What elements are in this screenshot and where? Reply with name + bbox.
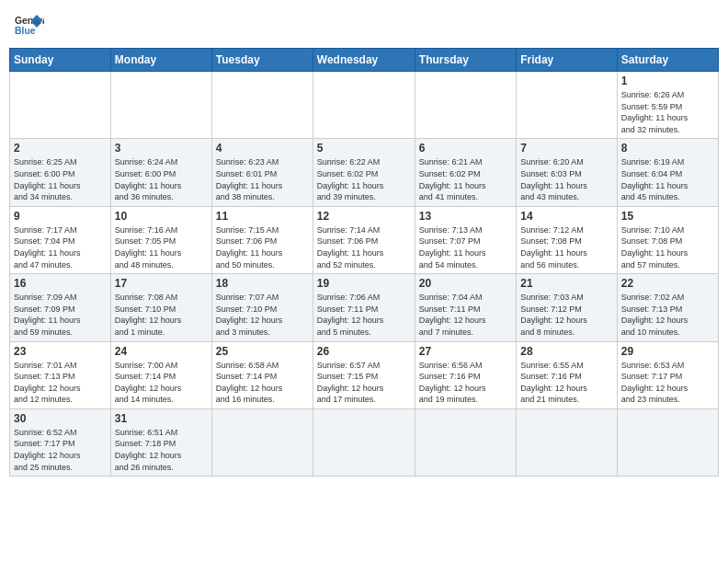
day-number: 1 xyxy=(621,75,714,87)
calendar-cell: 16Sunrise: 7:09 AM Sunset: 7:09 PM Dayli… xyxy=(10,274,111,341)
day-number: 23 xyxy=(14,345,107,358)
day-number: 22 xyxy=(621,277,714,290)
calendar-cell: 20Sunrise: 7:04 AM Sunset: 7:11 PM Dayli… xyxy=(415,274,516,341)
day-info: Sunrise: 7:08 AM Sunset: 7:10 PM Dayligh… xyxy=(115,292,208,338)
day-info: Sunrise: 6:19 AM Sunset: 6:04 PM Dayligh… xyxy=(621,156,714,202)
day-info: Sunrise: 6:58 AM Sunset: 7:14 PM Dayligh… xyxy=(216,360,309,406)
day-info: Sunrise: 6:21 AM Sunset: 6:02 PM Dayligh… xyxy=(419,156,512,202)
day-number: 16 xyxy=(14,277,107,290)
calendar-cell: 5Sunrise: 6:22 AM Sunset: 6:02 PM Daylig… xyxy=(313,139,415,206)
weekday-header-sunday: Sunday xyxy=(10,49,111,72)
calendar-cell: 10Sunrise: 7:16 AM Sunset: 7:05 PM Dayli… xyxy=(110,206,211,273)
calendar-cell: 2Sunrise: 6:25 AM Sunset: 6:00 PM Daylig… xyxy=(10,139,111,206)
calendar-cell: 22Sunrise: 7:02 AM Sunset: 7:13 PM Dayli… xyxy=(617,274,718,341)
calendar-cell: 9Sunrise: 7:17 AM Sunset: 7:04 PM Daylig… xyxy=(10,206,111,273)
day-number: 27 xyxy=(419,345,512,358)
day-number: 15 xyxy=(621,210,714,223)
calendar-cell: 3Sunrise: 6:24 AM Sunset: 6:00 PM Daylig… xyxy=(110,139,211,206)
calendar-cell xyxy=(313,408,415,476)
day-info: Sunrise: 7:06 AM Sunset: 7:11 PM Dayligh… xyxy=(317,292,411,338)
calendar-cell: 1Sunrise: 6:26 AM Sunset: 5:59 PM Daylig… xyxy=(617,72,718,139)
day-number: 18 xyxy=(216,277,309,290)
calendar-row: 23Sunrise: 7:01 AM Sunset: 7:13 PM Dayli… xyxy=(10,341,719,408)
day-info: Sunrise: 6:55 AM Sunset: 7:16 PM Dayligh… xyxy=(520,360,612,406)
day-number: 14 xyxy=(520,210,612,223)
day-info: Sunrise: 6:51 AM Sunset: 7:18 PM Dayligh… xyxy=(115,427,208,473)
day-info: Sunrise: 7:15 AM Sunset: 7:06 PM Dayligh… xyxy=(216,224,309,270)
day-number: 24 xyxy=(115,345,208,358)
day-number: 3 xyxy=(115,142,208,155)
calendar-cell xyxy=(313,72,415,139)
day-info: Sunrise: 6:56 AM Sunset: 7:16 PM Dayligh… xyxy=(419,360,512,406)
day-number: 13 xyxy=(419,210,512,223)
day-number: 9 xyxy=(14,210,107,223)
day-number: 28 xyxy=(520,345,612,358)
day-info: Sunrise: 6:22 AM Sunset: 6:02 PM Dayligh… xyxy=(317,156,411,202)
calendar-cell: 19Sunrise: 7:06 AM Sunset: 7:11 PM Dayli… xyxy=(313,274,415,341)
day-number: 5 xyxy=(317,142,411,155)
day-info: Sunrise: 6:25 AM Sunset: 6:00 PM Dayligh… xyxy=(14,156,107,202)
weekday-header-wednesday: Wednesday xyxy=(313,49,415,72)
calendar-cell xyxy=(10,72,111,139)
day-info: Sunrise: 7:09 AM Sunset: 7:09 PM Dayligh… xyxy=(14,292,107,338)
day-number: 31 xyxy=(115,412,208,425)
day-number: 17 xyxy=(115,277,208,290)
day-number: 20 xyxy=(419,277,512,290)
calendar-cell: 8Sunrise: 6:19 AM Sunset: 6:04 PM Daylig… xyxy=(617,139,718,206)
day-number: 29 xyxy=(621,345,714,358)
calendar-cell: 12Sunrise: 7:14 AM Sunset: 7:06 PM Dayli… xyxy=(313,206,415,273)
weekday-header-row: SundayMondayTuesdayWednesdayThursdayFrid… xyxy=(10,49,719,72)
calendar-cell xyxy=(415,408,516,476)
calendar-row: 2Sunrise: 6:25 AM Sunset: 6:00 PM Daylig… xyxy=(10,139,719,206)
day-info: Sunrise: 7:07 AM Sunset: 7:10 PM Dayligh… xyxy=(216,292,309,338)
calendar-row: 9Sunrise: 7:17 AM Sunset: 7:04 PM Daylig… xyxy=(10,206,719,273)
calendar-row: 16Sunrise: 7:09 AM Sunset: 7:09 PM Dayli… xyxy=(10,274,719,341)
day-info: Sunrise: 7:10 AM Sunset: 7:08 PM Dayligh… xyxy=(621,224,714,270)
svg-text:Blue: Blue xyxy=(15,26,36,36)
calendar-cell xyxy=(517,72,617,139)
day-info: Sunrise: 7:01 AM Sunset: 7:13 PM Dayligh… xyxy=(14,360,107,406)
day-info: Sunrise: 6:57 AM Sunset: 7:15 PM Dayligh… xyxy=(317,360,411,406)
calendar-cell: 13Sunrise: 7:13 AM Sunset: 7:07 PM Dayli… xyxy=(415,206,516,273)
day-info: Sunrise: 7:03 AM Sunset: 7:12 PM Dayligh… xyxy=(520,292,612,338)
day-info: Sunrise: 7:12 AM Sunset: 7:08 PM Dayligh… xyxy=(520,224,612,270)
day-info: Sunrise: 7:00 AM Sunset: 7:14 PM Dayligh… xyxy=(115,360,208,406)
day-number: 4 xyxy=(216,142,309,155)
day-info: Sunrise: 6:24 AM Sunset: 6:00 PM Dayligh… xyxy=(115,156,208,202)
calendar-row: 1Sunrise: 6:26 AM Sunset: 5:59 PM Daylig… xyxy=(10,72,719,139)
calendar-cell: 28Sunrise: 6:55 AM Sunset: 7:16 PM Dayli… xyxy=(517,341,617,408)
calendar-cell: 26Sunrise: 6:57 AM Sunset: 7:15 PM Dayli… xyxy=(313,341,415,408)
calendar-cell: 29Sunrise: 6:53 AM Sunset: 7:17 PM Dayli… xyxy=(617,341,718,408)
header: General Blue xyxy=(9,9,719,42)
day-number: 19 xyxy=(317,277,411,290)
calendar-row: 30Sunrise: 6:52 AM Sunset: 7:17 PM Dayli… xyxy=(10,408,719,476)
calendar-cell: 27Sunrise: 6:56 AM Sunset: 7:16 PM Dayli… xyxy=(415,341,516,408)
day-info: Sunrise: 7:16 AM Sunset: 7:05 PM Dayligh… xyxy=(115,224,208,270)
day-info: Sunrise: 7:02 AM Sunset: 7:13 PM Dayligh… xyxy=(621,292,714,338)
day-number: 21 xyxy=(520,277,612,290)
calendar-cell: 11Sunrise: 7:15 AM Sunset: 7:06 PM Dayli… xyxy=(211,206,313,273)
day-number: 12 xyxy=(317,210,411,223)
weekday-header-friday: Friday xyxy=(517,49,617,72)
day-number: 30 xyxy=(14,412,107,425)
weekday-header-saturday: Saturday xyxy=(617,49,718,72)
calendar-cell xyxy=(110,72,211,139)
day-info: Sunrise: 6:53 AM Sunset: 7:17 PM Dayligh… xyxy=(621,360,714,406)
calendar-cell: 4Sunrise: 6:23 AM Sunset: 6:01 PM Daylig… xyxy=(211,139,313,206)
calendar-cell: 24Sunrise: 7:00 AM Sunset: 7:14 PM Dayli… xyxy=(110,341,211,408)
day-number: 8 xyxy=(621,142,714,155)
day-info: Sunrise: 6:52 AM Sunset: 7:17 PM Dayligh… xyxy=(14,427,107,473)
calendar-cell: 25Sunrise: 6:58 AM Sunset: 7:14 PM Dayli… xyxy=(211,341,313,408)
calendar-cell: 18Sunrise: 7:07 AM Sunset: 7:10 PM Dayli… xyxy=(211,274,313,341)
calendar-cell: 14Sunrise: 7:12 AM Sunset: 7:08 PM Dayli… xyxy=(517,206,617,273)
weekday-header-thursday: Thursday xyxy=(415,49,516,72)
weekday-header-tuesday: Tuesday xyxy=(211,49,313,72)
logo: General Blue xyxy=(15,13,44,39)
calendar-cell: 7Sunrise: 6:20 AM Sunset: 6:03 PM Daylig… xyxy=(517,139,617,206)
day-number: 10 xyxy=(115,210,208,223)
calendar-cell xyxy=(517,408,617,476)
day-info: Sunrise: 7:04 AM Sunset: 7:11 PM Dayligh… xyxy=(419,292,512,338)
calendar-cell xyxy=(617,408,718,476)
calendar-cell: 6Sunrise: 6:21 AM Sunset: 6:02 PM Daylig… xyxy=(415,139,516,206)
calendar-cell: 17Sunrise: 7:08 AM Sunset: 7:10 PM Dayli… xyxy=(110,274,211,341)
